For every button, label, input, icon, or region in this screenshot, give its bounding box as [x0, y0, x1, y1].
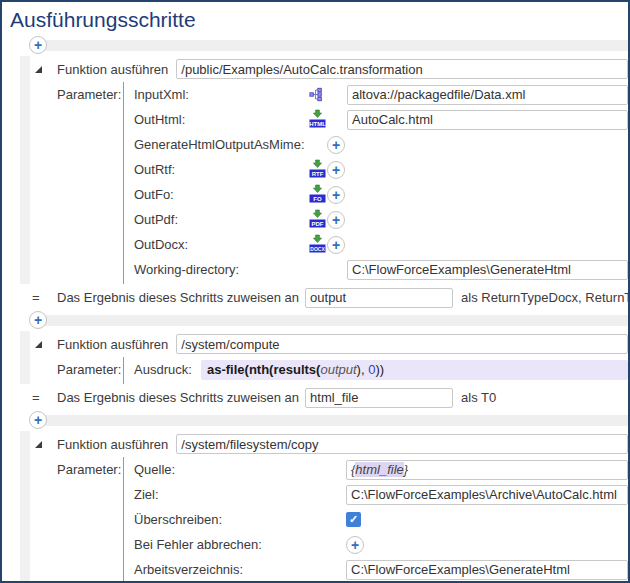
html-file-icon: HTML — [309, 109, 327, 130]
equals-icon: = — [32, 290, 57, 305]
assign-label: Das Ergebnis dieses Schritts zuweisen an — [57, 290, 299, 305]
parameter-caption: Parameter: — [57, 357, 123, 384]
param-row-mime: GenerateHtmlOutputAsMime: + — [134, 132, 628, 157]
param-inputxml-value[interactable] — [347, 85, 628, 105]
add-step-button[interactable]: + — [29, 36, 47, 54]
xml-tree-icon — [309, 87, 327, 102]
svg-text:RTF: RTF — [312, 171, 324, 177]
function-path-input[interactable] — [176, 59, 628, 79]
svg-text:DOCX: DOCX — [310, 246, 325, 252]
add-step-button[interactable]: + — [29, 311, 47, 329]
param-quelle-value[interactable]: {html_file} — [346, 460, 628, 480]
param-row-arbeitsverzeichnis: Arbeitsverzeichnis: — [134, 557, 628, 582]
equals-icon: = — [32, 390, 57, 405]
insert-step-strip — [32, 315, 628, 326]
param-row-inputxml: InputXml: — [134, 82, 628, 107]
param-outhtml-value[interactable] — [347, 110, 628, 130]
svg-text:HTML: HTML — [309, 121, 326, 127]
svg-text:PDF: PDF — [312, 221, 324, 227]
param-row-quelle: Quelle: {html_file} — [134, 457, 628, 482]
param-row-outfo: OutFo: FO + — [134, 182, 628, 207]
add-param-value-button[interactable]: + — [327, 161, 345, 179]
checkmark-icon: ✓ — [349, 513, 358, 526]
docx-file-icon: DOCX — [309, 234, 327, 255]
insert-step-strip — [32, 415, 628, 426]
add-step-button[interactable]: + — [29, 411, 47, 429]
fo-file-icon: FO — [309, 184, 327, 205]
page-title: Ausführungsschritte — [10, 7, 628, 33]
assign-type-text: als T0 — [461, 390, 628, 405]
step-header: Funktion ausführen — [30, 56, 628, 82]
step-execute-transformation: Funktion ausführen Parameter: InputXml: — [20, 56, 628, 284]
param-arbeitsverzeichnis-value[interactable] — [346, 560, 628, 580]
step-header: Funktion ausführen — [30, 331, 628, 357]
execute-function-label: Funktion ausführen — [57, 337, 168, 352]
overwrite-checkbox[interactable]: ✓ — [346, 512, 361, 527]
parameter-caption: Parameter: — [57, 82, 123, 284]
insert-step-strip — [32, 40, 628, 51]
execute-function-label: Funktion ausführen — [57, 62, 168, 77]
collapse-triangle-icon[interactable] — [34, 440, 43, 449]
add-param-value-button[interactable]: + — [327, 236, 345, 254]
parameter-rows: Ausdruck: as-file(nth(results(output), 0… — [123, 357, 628, 384]
execute-function-label: Funktion ausführen — [57, 437, 168, 452]
step-header: Funktion ausführen — [30, 431, 628, 457]
parameters-section: Parameter: Quelle: {html_file} Ziel: Übe… — [57, 457, 628, 583]
add-param-value-button[interactable]: + — [327, 186, 345, 204]
insert-step-bar: + — [2, 411, 628, 430]
pdf-file-icon: PDF — [309, 209, 327, 230]
assign-label: Das Ergebnis dieses Schritts zuweisen an — [57, 390, 299, 405]
collapse-triangle-icon[interactable] — [34, 340, 43, 349]
collapse-triangle-icon[interactable] — [34, 65, 43, 74]
function-path-input[interactable] — [176, 334, 628, 354]
step-compute: Funktion ausführen Parameter: Ausdruck: … — [20, 331, 628, 384]
param-row-workdir: Working-directory: — [134, 257, 628, 282]
rtf-file-icon: RTF — [309, 159, 327, 180]
assign-variable-input[interactable] — [305, 388, 453, 408]
param-ziel-value[interactable] — [346, 485, 628, 505]
function-path-input[interactable] — [176, 434, 628, 454]
parameters-section: Parameter: Ausdruck: as-file(nth(results… — [57, 357, 628, 384]
insert-step-bar: + — [2, 36, 628, 55]
assign-result-row: = Das Ergebnis dieses Schritts zuweisen … — [2, 384, 628, 411]
param-row-outpdf: OutPdf: PDF + — [134, 207, 628, 232]
assign-type-text: als ReturnTypeDocx, ReturnTypeFo, — [461, 290, 628, 305]
add-param-value-button[interactable]: + — [346, 536, 364, 554]
param-row-outdocx: OutDocx: DOCX + — [134, 232, 628, 257]
add-param-value-button[interactable]: + — [327, 136, 345, 154]
insert-step-bar: + — [2, 311, 628, 330]
parameter-rows: Quelle: {html_file} Ziel: Überschreiben:… — [123, 457, 628, 583]
param-row-ueberschreiben: Überschreiben: ✓ — [134, 507, 628, 532]
param-workdir-value[interactable] — [347, 260, 628, 280]
param-row-bei-fehler: Bei Fehler abbrechen: + — [134, 532, 628, 557]
parameters-section: Parameter: InputXml: — [57, 82, 628, 284]
param-row-ziel: Ziel: — [134, 482, 628, 507]
param-row-outrtf: OutRtf: RTF + — [134, 157, 628, 182]
svg-text:FO: FO — [313, 196, 322, 202]
param-row-outhtml: OutHtml: HTML — [134, 107, 628, 132]
add-param-value-button[interactable]: + — [327, 211, 345, 229]
step-filesystem-copy: Funktion ausführen Parameter: Quelle: {h… — [20, 431, 628, 583]
assign-variable-input[interactable] — [305, 288, 453, 308]
execution-steps-page: Ausführungsschritte + Funktion ausführen… — [0, 0, 630, 583]
param-row-ausdruck: Ausdruck: as-file(nth(results(output), 0… — [134, 357, 628, 382]
expression-field[interactable]: as-file(nth(results(output), 0)) — [201, 360, 628, 380]
assign-result-row: = Das Ergebnis dieses Schritts zuweisen … — [2, 284, 628, 311]
parameter-rows: InputXml: OutHtml: — [123, 82, 628, 284]
parameter-caption: Parameter: — [57, 457, 123, 583]
